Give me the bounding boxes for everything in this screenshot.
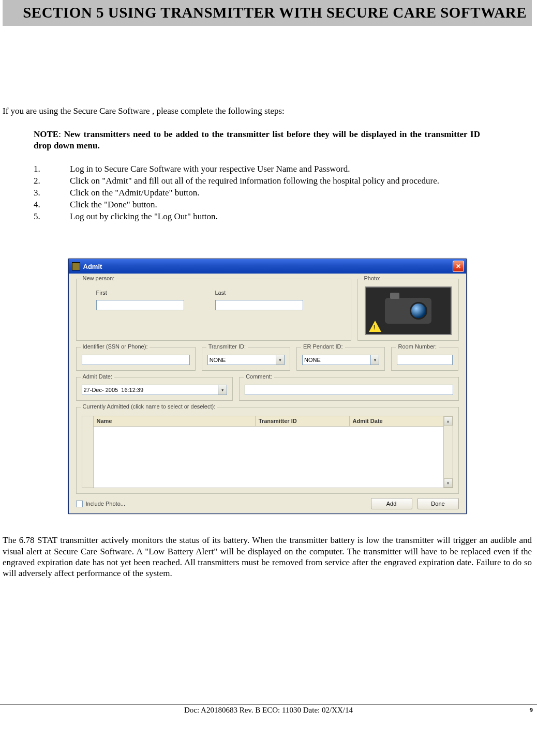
fieldset-legend: Photo: (362, 275, 383, 281)
include-photo-checkbox[interactable]: Include Photo... (76, 501, 125, 507)
footer: Doc: A20180683 Rev. B ECO: 11030 Date: 0… (0, 704, 537, 715)
titlebar[interactable]: Admit ✕ (69, 259, 466, 274)
step-text: Click on the "Admit/Update" button. (70, 187, 199, 199)
section-header: SECTION 5 USING TRANSMITTER WITH SECURE … (3, 0, 532, 26)
first-label: First (96, 290, 184, 296)
last-label: Last (215, 290, 303, 296)
room-number-input[interactable] (397, 355, 453, 365)
scroll-track[interactable] (444, 426, 453, 478)
about-paragraph: The 6.78 STAT transmitter actively monit… (3, 535, 532, 579)
checkbox-icon (76, 501, 83, 507)
er-pendant-id-select[interactable] (302, 355, 371, 365)
first-input[interactable] (96, 300, 184, 310)
window-title: Admit (83, 263, 102, 270)
photo-fieldset: Photo: ! (357, 279, 459, 341)
app-icon (72, 262, 80, 270)
admit-date-fieldset: Admit Date: ▼ (76, 377, 233, 401)
close-icon: ✕ (456, 263, 461, 270)
step-text: Click on "Admit" and fill out all of the… (70, 175, 439, 187)
scroll-down-icon[interactable]: ▼ (444, 478, 453, 488)
er-pendant-id-fieldset: ER Pendant ID: ▼ (296, 347, 385, 371)
scroll-up-icon[interactable]: ▲ (444, 416, 453, 426)
note-block: NOTE: New transmitters need to be added … (34, 129, 480, 151)
note-label: NOTE (34, 129, 58, 139)
include-photo-label: Include Photo... (86, 501, 125, 507)
intro-text: If you are using the Secure Care Softwar… (3, 106, 532, 116)
currently-admitted-fieldset: Currently Admitted (click name to select… (76, 407, 459, 494)
scrollbar[interactable]: ▲ ▼ (443, 416, 453, 488)
list-item: 1.Log in to Secure Care Software with yo… (34, 163, 532, 175)
last-input[interactable] (215, 300, 303, 310)
comment-fieldset: Comment: (239, 377, 458, 401)
fieldset-legend: Transmitter ID: (206, 343, 248, 350)
footer-doc-info: Doc: A20180683 Rev. B ECO: 11030 Date: 0… (184, 706, 353, 715)
fieldset-legend: Comment: (244, 373, 274, 380)
table-body[interactable] (94, 427, 443, 488)
fieldset-legend: Identifier (SSN or Phone): (81, 343, 150, 350)
identifier-fieldset: Identifier (SSN or Phone): (76, 347, 196, 371)
new-person-fieldset: New person: First Last (76, 279, 351, 341)
transmitter-id-select[interactable] (207, 355, 276, 365)
admit-window: Admit ✕ New person: First (68, 259, 467, 514)
fieldset-legend: Currently Admitted (click name to select… (81, 403, 218, 410)
step-text: Log out by clicking the "Log Out" button… (70, 211, 218, 223)
camera-icon (385, 298, 431, 324)
list-item: 3.Click on the "Admit/Update" button. (34, 187, 532, 199)
footer-page-number: 9 (530, 706, 533, 714)
col-transmitter-id[interactable]: Transmitter ID (256, 416, 350, 426)
photo-placeholder[interactable]: ! (365, 286, 452, 335)
admitted-table[interactable]: Name Transmitter ID Admit Date ▲ ▼ (82, 416, 453, 488)
fieldset-legend: ER Pendant ID: (301, 343, 345, 350)
fieldset-legend: Admit Date: (81, 373, 114, 380)
chevron-down-icon[interactable]: ▼ (276, 355, 285, 365)
chevron-down-icon[interactable]: ▼ (218, 385, 227, 395)
add-button[interactable]: Add (371, 498, 412, 509)
chevron-down-icon[interactable]: ▼ (371, 355, 379, 365)
transmitter-id-fieldset: Transmitter ID: ▼ (202, 347, 290, 371)
note-text: New transmitters need to be added to the… (34, 129, 480, 150)
step-text: Log in to Secure Care Software with your… (70, 163, 350, 175)
comment-input[interactable] (245, 385, 453, 395)
warning-exclaim: ! (374, 323, 376, 331)
steps-list: 1.Log in to Secure Care Software with yo… (34, 163, 532, 223)
close-button[interactable]: ✕ (453, 261, 464, 272)
col-name[interactable]: Name (94, 416, 256, 426)
list-item: 2.Click on "Admit" and fill out all of t… (34, 175, 532, 187)
table-header: Name Transmitter ID Admit Date (94, 416, 443, 427)
done-button[interactable]: Done (417, 498, 459, 509)
admit-date-input[interactable] (82, 385, 219, 395)
row-selector-gutter[interactable] (82, 416, 94, 488)
identifier-input[interactable] (82, 355, 190, 365)
fieldset-legend: New person: (81, 275, 117, 281)
list-item: 5.Log out by clicking the "Log Out" butt… (34, 211, 532, 223)
col-admit-date[interactable]: Admit Date (350, 416, 443, 426)
fieldset-legend: Room Number: (396, 343, 439, 350)
step-text: Click the "Done" button. (70, 199, 157, 211)
list-item: 4.Click the "Done" button. (34, 199, 532, 211)
room-number-fieldset: Room Number: (391, 347, 458, 371)
